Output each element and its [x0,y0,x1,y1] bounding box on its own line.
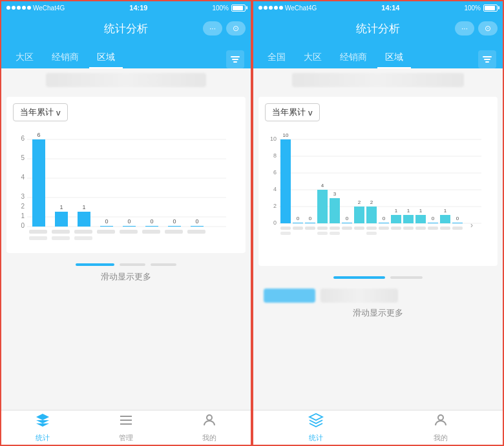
bottom-tab-right: 统计 我的 [253,410,503,445]
bottom-tab-统计-left[interactable]: 统计 [1,412,85,443]
svg-text:0: 0 [383,216,386,221]
chart-select-btn-left[interactable]: 当年累计 v [13,103,68,121]
tab-nav-left: 大区 经销商 区域 [1,43,251,68]
svg-rect-108 [317,232,328,235]
svg-rect-26 [145,226,158,227]
svg-text:3: 3 [333,191,337,197]
svg-rect-74 [354,207,364,223]
bottom-tab-label-统计-left: 统计 [36,433,50,443]
svg-rect-104 [428,227,438,230]
svg-rect-99 [366,227,377,230]
bar-chart-left: 6 5 4 3 2 1 0 6 [13,128,239,247]
nav-title-left: 统计分析 [104,21,148,36]
tab-经销商-left[interactable]: 经销商 [44,48,87,68]
content-left[interactable]: 当年累计 v 6 5 4 3 2 1 0 [1,92,251,410]
signal-dot [279,6,283,10]
scroll-more-left: 滑动显示更多 [1,271,251,288]
svg-text:0: 0 [456,216,459,221]
person-icon-right [433,412,448,432]
bottom-tab-统计-right[interactable]: 统计 [253,412,378,443]
chart-container-right: 当年累计 v 10 8 6 4 2 0 [258,97,498,266]
person-icon-left [202,412,217,432]
svg-rect-98 [354,227,364,230]
bottom-tab-我的-left[interactable]: 我的 [167,412,251,443]
tab-区域-right[interactable]: 区域 [377,48,411,68]
carrier-label-right: WeChat4G [285,5,317,12]
svg-rect-93 [293,227,303,230]
nav-target-btn[interactable]: ⊙ [226,21,246,35]
chart-selector-right[interactable]: 当年累计 v [265,103,491,121]
svg-rect-70 [330,198,340,223]
tab-区域-left[interactable]: 区域 [89,48,123,68]
tab-大区-left[interactable]: 大区 [8,48,41,68]
svg-text:4: 4 [321,183,324,188]
svg-rect-94 [305,227,315,230]
signal-dot [258,6,262,10]
svg-rect-105 [440,227,450,230]
tab-经销商-right[interactable]: 经销商 [332,48,375,68]
svg-text:1: 1 [59,204,63,210]
svg-text:0: 0 [309,216,312,221]
svg-rect-36 [120,230,138,234]
svg-rect-92 [280,227,291,230]
svg-text:0: 0 [273,219,277,226]
layers-icon-right [308,412,324,432]
svg-text:0: 0 [105,218,108,225]
svg-rect-103 [415,227,426,230]
svg-text:2: 2 [358,199,361,205]
svg-rect-100 [379,227,389,230]
svg-rect-2 [233,61,237,63]
svg-rect-0 [231,56,240,57]
battery-icon-right [483,5,498,12]
signal-dot [22,6,26,10]
svg-rect-48 [484,59,490,60]
svg-text:1: 1 [21,212,25,219]
battery-pct: 100% [212,5,229,12]
phone-right: WeChat4G 14:14 100% 统计分析 ··· ⊙ 全国 大区 经销商… [252,0,504,446]
nav-title-right: 统计分析 [356,21,400,36]
signal-dot [274,6,278,10]
svg-text:0: 0 [127,218,131,225]
svg-rect-96 [330,227,340,230]
svg-rect-30 [191,226,204,227]
signal-dot [12,6,16,10]
svg-text:1: 1 [82,204,85,210]
svg-text:3: 3 [21,193,25,200]
chart-select-btn-right[interactable]: 当年累计 v [265,103,320,121]
svg-rect-16 [32,139,45,227]
svg-rect-95 [317,227,328,230]
svg-text:1: 1 [419,208,423,214]
svg-rect-109 [330,232,340,235]
nav-more-btn[interactable]: ··· [203,21,222,35]
svg-text:0: 0 [173,218,176,225]
content-right[interactable]: 当年累计 v 10 8 6 4 2 0 [253,92,503,410]
scroll-active-left [76,263,114,266]
signal-dot [269,6,273,10]
filter-icon-left[interactable] [226,50,244,68]
svg-rect-86 [428,223,438,223]
tab-全国-right[interactable]: 全国 [260,48,293,68]
bottom-tab-我的-right[interactable]: 我的 [378,412,503,443]
bottom-tab-label-管理-left: 管理 [119,433,133,443]
nav-target-btn-right[interactable]: ⊙ [478,21,498,35]
carrier-label: WeChat4G [33,5,65,12]
svg-rect-90 [452,223,463,223]
svg-point-46 [207,415,212,420]
svg-text:2: 2 [21,203,25,210]
tab-大区-right[interactable]: 大区 [296,48,330,68]
svg-rect-101 [391,227,401,230]
chart-selector-left[interactable]: 当年累计 v [13,103,239,121]
svg-rect-88 [440,215,450,223]
svg-text:1: 1 [395,208,398,214]
svg-text:0: 0 [195,218,198,225]
svg-rect-39 [187,230,205,234]
bottom-tab-管理-left[interactable]: 管理 [85,412,168,443]
svg-text:8: 8 [273,152,277,159]
phone-left: WeChat4G 14:19 100% 统计分析 ··· ⊙ 大区 经销商 区域 [0,0,252,446]
nav-more-btn-right[interactable]: ··· [455,21,474,35]
svg-text:6: 6 [273,169,277,176]
svg-rect-49 [485,61,489,63]
status-bar-left: WeChat4G 14:19 100% [1,1,251,14]
svg-rect-106 [452,227,463,230]
filter-icon-right[interactable] [478,50,496,68]
